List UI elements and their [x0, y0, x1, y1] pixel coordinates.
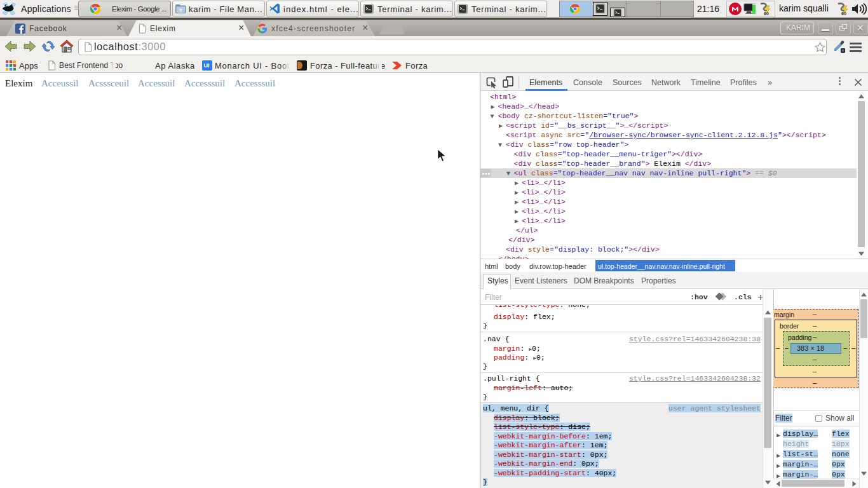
svg-text:60: 60 — [764, 11, 769, 16]
svg-text:60: 60 — [841, 11, 846, 16]
